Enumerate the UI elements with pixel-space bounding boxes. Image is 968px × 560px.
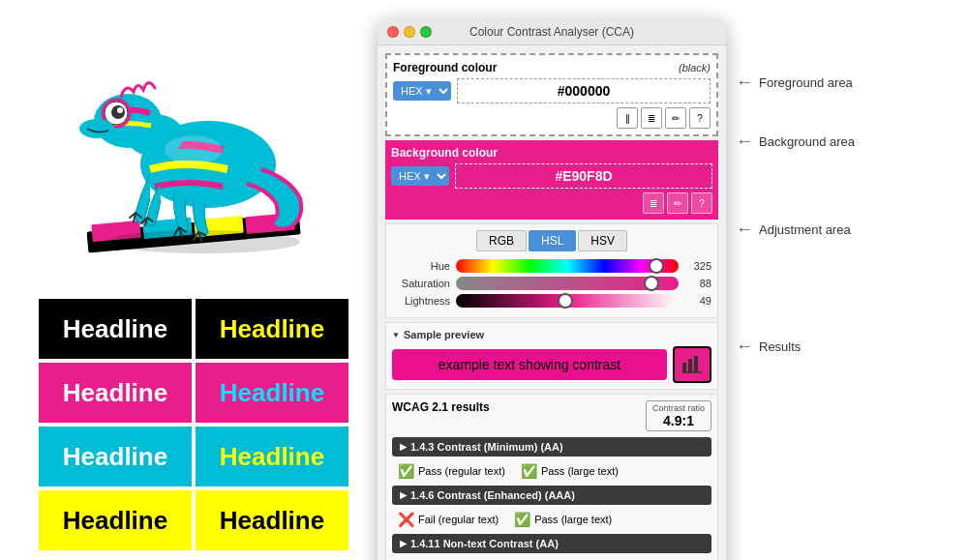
results-section: WCAG 2.1 results Contrast ratio 4.9:1 ▶ …: [385, 394, 718, 560]
title-bar: Colour Contrast Analyser (CCA): [378, 19, 726, 45]
fg-grid-icon[interactable]: ≣: [641, 107, 662, 129]
svg-point-13: [79, 119, 114, 138]
saturation-slider-row: Saturation 88: [392, 277, 711, 290]
bg-edit-icon[interactable]: ✏: [667, 192, 688, 214]
lightness-slider-row: Lightness 49: [392, 294, 711, 308]
sample-preview-section: ▼ Sample preview example text showing co…: [385, 322, 718, 390]
list-item: Headline: [39, 427, 192, 486]
svg-point-14: [165, 135, 223, 164]
grid-text: Headline: [220, 442, 324, 472]
bg-label: Background colour: [391, 146, 498, 160]
criterion-146-header[interactable]: ▶ 1.4.6 Contrast (Enhanced) (AAA): [392, 486, 711, 505]
results-header: WCAG 2.1 results Contrast ratio 4.9:1: [392, 400, 711, 431]
sidebar-fg-label: Foreground area: [759, 75, 853, 90]
criterion-146-details: ❌ Fail (regular text) ✅ Pass (large text…: [392, 509, 711, 530]
hue-slider-thumb[interactable]: [649, 258, 664, 274]
bg-arrow: ←: [736, 132, 753, 152]
bg-input-row: HEX ▾ RGB HSL: [391, 163, 712, 189]
sample-preview-title: ▼ Sample preview: [392, 329, 711, 340]
grid-text: Headline: [63, 506, 167, 536]
app-content: Foreground colour (black) HEX ▾ RGB HSL …: [378, 45, 726, 560]
app-window: Colour Contrast Analyser (CCA) Foregroun…: [378, 19, 726, 560]
criterion-146-triangle: ▶: [400, 490, 407, 500]
preview-text: example text showing contrast: [439, 357, 620, 372]
pass-icon-143-regular: ✅: [398, 463, 414, 479]
lightness-slider-track[interactable]: [456, 294, 679, 308]
list-item: Headline: [39, 490, 192, 550]
contrast-ratio-value: 4.9:1: [652, 413, 705, 428]
tab-hsl[interactable]: HSL: [529, 230, 576, 251]
saturation-slider-thumb[interactable]: [644, 276, 659, 291]
tab-hsv[interactable]: HSV: [578, 230, 627, 251]
sidebar-results-label: Results: [759, 339, 801, 354]
lightness-label: Lightness: [392, 295, 450, 307]
fail-icon-146-regular: ❌: [398, 512, 414, 527]
sidebar-adj-label-group: ← Adjustment area: [736, 220, 862, 240]
saturation-value: 88: [684, 278, 711, 289]
fg-icon-group: ‖ ≣ ✏ ?: [393, 107, 711, 129]
pass-icon-143-large: ✅: [521, 463, 537, 479]
bg-format-select[interactable]: HEX ▾ RGB HSL: [391, 166, 449, 186]
list-item: Headline: [196, 427, 348, 486]
criterion-143-label: 1.4.3 Contrast (Minimum) (AA): [410, 441, 563, 453]
contrast-ratio-label: Contrast ratio: [652, 403, 705, 413]
hue-slider-row: Hue 325: [392, 259, 711, 273]
saturation-slider-track[interactable]: [456, 277, 679, 290]
fg-label: Foreground colour: [393, 61, 497, 74]
criterion-1411-header[interactable]: ▶ 1.4.11 Non-text Contrast (AA): [392, 534, 711, 553]
lightness-slider-thumb[interactable]: [558, 293, 573, 309]
criterion-143-triangle: ▶: [400, 442, 407, 452]
window-title: Colour Contrast Analyser (CCA): [469, 25, 634, 39]
fg-help-icon[interactable]: ?: [689, 107, 711, 129]
fg-edit-icon[interactable]: ✏: [665, 107, 686, 129]
grid-text: Headline: [220, 378, 324, 408]
preview-text-box: example text showing contrast: [392, 349, 667, 380]
fg-columns-icon[interactable]: ‖: [617, 107, 638, 129]
window-maximize-button[interactable]: [420, 26, 432, 38]
criterion-146-regular-label: Fail (regular text): [418, 514, 499, 525]
criterion-1411-label: 1.4.11 Non-text Contrast (AA): [410, 538, 559, 549]
criterion-143-regular: ✅ Pass (regular text): [398, 463, 505, 479]
tab-rgb[interactable]: RGB: [476, 230, 527, 251]
list-item: Headline: [39, 299, 192, 359]
grid-text: Headline: [63, 378, 167, 408]
criterion-146-large: ✅ Pass (large text): [514, 512, 612, 527]
chameleon-illustration: [19, 10, 368, 289]
triangle-icon: ▼: [392, 331, 400, 339]
sidebar-fg-label-group: ← Foreground area: [736, 73, 862, 93]
grid-text: Headline: [220, 506, 324, 536]
preview-content: example text showing contrast: [392, 346, 711, 383]
fg-hint: (black): [679, 62, 711, 74]
results-arrow: ←: [736, 337, 753, 357]
background-section: Background colour HEX ▾ RGB HSL ≣ ✏ ?: [385, 140, 718, 220]
criterion-146-regular: ❌ Fail (regular text): [398, 512, 499, 527]
fg-input-row: HEX ▾ RGB HSL: [393, 78, 711, 103]
fg-label-row: Foreground colour (black): [393, 61, 711, 74]
window-close-button[interactable]: [387, 26, 399, 38]
hue-slider-track[interactable]: [456, 259, 679, 273]
grid-text: Headline: [220, 314, 324, 344]
svg-rect-17: [694, 356, 698, 372]
criterion-143-header[interactable]: ▶ 1.4.3 Contrast (Minimum) (AA): [392, 437, 711, 457]
bg-icon-group: ≣ ✏ ?: [391, 192, 712, 214]
bg-help-icon[interactable]: ?: [691, 192, 712, 214]
saturation-label: Saturation: [392, 278, 450, 289]
grid-text: Headline: [63, 442, 167, 472]
svg-rect-16: [688, 359, 692, 372]
adj-arrow: ←: [736, 220, 753, 240]
criterion-143-details: ✅ Pass (regular text) ✅ Pass (large text…: [392, 460, 711, 482]
criterion-146-label: 1.4.6 Contrast (Enhanced) (AAA): [410, 489, 575, 501]
list-item: Headline: [196, 299, 348, 359]
window-controls: [387, 26, 432, 38]
grid-text: Headline: [63, 314, 167, 344]
sidebar-adj-label: Adjustment area: [759, 222, 851, 237]
fg-color-input[interactable]: [457, 78, 711, 103]
window-minimize-button[interactable]: [404, 26, 415, 38]
lightness-value: 49: [684, 295, 711, 307]
bg-grid-icon[interactable]: ≣: [643, 192, 664, 214]
fg-format-select[interactable]: HEX ▾ RGB HSL: [393, 81, 451, 101]
hue-value: 325: [684, 260, 711, 272]
fg-arrow: ←: [736, 73, 753, 93]
bg-color-input[interactable]: [455, 163, 712, 189]
bg-label-row: Background colour: [391, 146, 712, 160]
